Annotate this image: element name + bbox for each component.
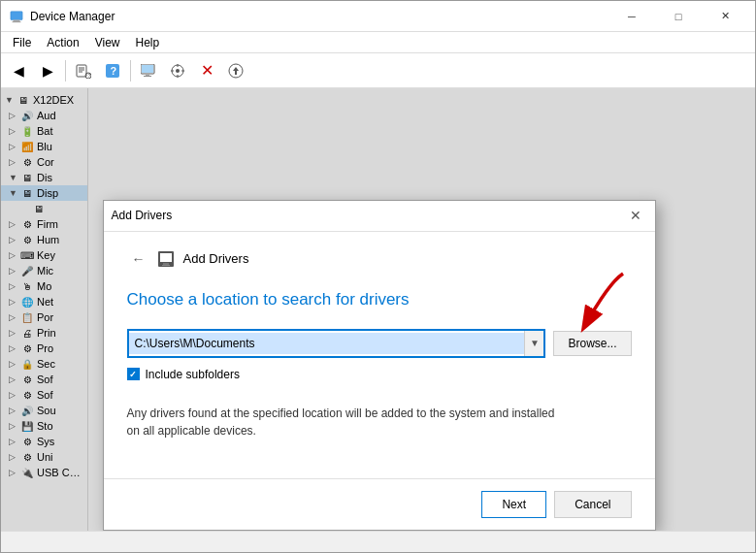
dialog-header-icon bbox=[156, 249, 176, 269]
menu-file[interactable]: File bbox=[5, 34, 39, 51]
dialog-back-button[interactable]: ← bbox=[127, 247, 150, 271]
dialog-close-button[interactable]: ✕ bbox=[624, 204, 647, 227]
path-row: ▼ Browse... bbox=[127, 329, 632, 358]
svg-text:?: ? bbox=[88, 72, 91, 78]
main-window: Device Manager ─ □ ✕ File Action View He… bbox=[0, 0, 756, 553]
toolbar-update[interactable]: ✕ bbox=[193, 57, 220, 84]
toolbar-scan[interactable] bbox=[164, 57, 191, 84]
close-button[interactable]: ✕ bbox=[703, 1, 747, 32]
info-text: Any drivers found at the specified locat… bbox=[127, 405, 564, 439]
minimize-button[interactable]: ─ bbox=[609, 1, 654, 32]
toolbar: ◀ ▶ ? ? bbox=[1, 53, 755, 88]
toolbar-help[interactable]: ? bbox=[99, 57, 126, 84]
svg-rect-12 bbox=[142, 65, 153, 73]
maximize-button[interactable]: □ bbox=[656, 1, 701, 32]
svg-rect-3 bbox=[77, 65, 86, 77]
menu-action[interactable]: Action bbox=[39, 34, 86, 51]
path-input-wrapper: ▼ bbox=[127, 329, 546, 358]
svg-rect-0 bbox=[11, 11, 22, 19]
svg-rect-24 bbox=[160, 253, 172, 262]
dialog-header-title: Add Drivers bbox=[183, 251, 249, 266]
svg-rect-26 bbox=[162, 265, 170, 266]
svg-point-16 bbox=[176, 69, 180, 73]
toolbar-driver[interactable] bbox=[222, 57, 249, 84]
toolbar-back[interactable]: ◀ bbox=[5, 57, 32, 84]
add-drivers-dialog: Add Drivers ✕ ← bbox=[103, 200, 656, 531]
browse-button[interactable]: Browse... bbox=[553, 331, 631, 356]
toolbar-forward[interactable]: ▶ bbox=[34, 57, 61, 84]
svg-rect-14 bbox=[144, 76, 151, 77]
toolbar-sep-1 bbox=[65, 60, 66, 81]
next-button[interactable]: Next bbox=[481, 491, 546, 518]
app-icon bbox=[9, 9, 24, 24]
cancel-button[interactable]: Cancel bbox=[554, 491, 631, 518]
checkbox-check-icon: ✓ bbox=[129, 370, 137, 379]
title-bar: Device Manager ─ □ ✕ bbox=[1, 1, 755, 32]
svg-text:?: ? bbox=[111, 65, 117, 77]
dialog-main-title: Choose a location to search for drivers bbox=[127, 290, 632, 309]
dialog-title-bar: Add Drivers ✕ bbox=[104, 201, 655, 232]
dialog-overlay: Add Drivers ✕ ← bbox=[1, 88, 755, 531]
path-input[interactable] bbox=[129, 333, 525, 354]
status-bar bbox=[1, 531, 755, 552]
include-subfolders-checkbox[interactable]: ✓ bbox=[127, 368, 140, 380]
dialog-footer: Next Cancel bbox=[104, 478, 655, 530]
main-area: ▼ 🖥 X12DEX ▷ 🔊 Aud ▷ 🔋 Bat ▷ 📶 Blu ▷ bbox=[1, 88, 755, 531]
path-dropdown-button[interactable]: ▼ bbox=[524, 331, 543, 356]
dialog-header: ← Add Drivers bbox=[127, 247, 632, 271]
svg-rect-25 bbox=[163, 263, 169, 265]
svg-rect-22 bbox=[235, 71, 237, 75]
dialog-title: Add Drivers bbox=[112, 209, 624, 222]
toolbar-computer[interactable] bbox=[135, 57, 162, 84]
menu-help[interactable]: Help bbox=[128, 34, 168, 51]
dialog-content: ← Add Drivers Choose a location bbox=[104, 232, 655, 478]
window-controls: ─ □ ✕ bbox=[609, 1, 747, 32]
menu-view[interactable]: View bbox=[87, 34, 128, 51]
include-subfolders-label: Include subfolders bbox=[146, 368, 240, 381]
toolbar-properties[interactable]: ? bbox=[70, 57, 97, 84]
toolbar-sep-2 bbox=[130, 60, 131, 81]
checkbox-row: ✓ Include subfolders bbox=[127, 368, 632, 381]
svg-rect-2 bbox=[13, 21, 21, 22]
window-title: Device Manager bbox=[30, 10, 609, 23]
menu-bar: File Action View Help bbox=[1, 32, 755, 53]
svg-rect-1 bbox=[14, 19, 20, 21]
svg-rect-13 bbox=[146, 74, 149, 76]
